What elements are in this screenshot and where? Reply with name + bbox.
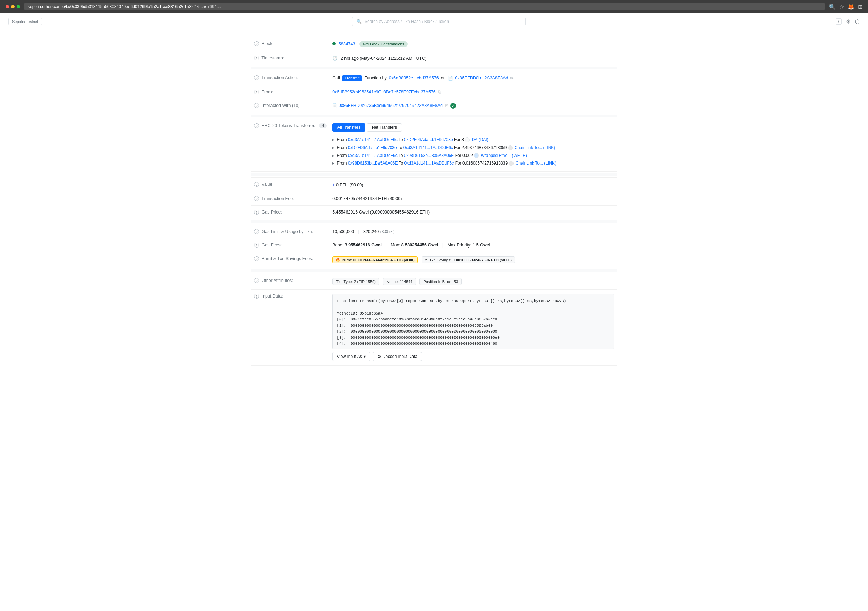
burnt-badge: 🔥 Burnt: 0.00126669744421984 ETH ($0.00) [332, 256, 418, 264]
star-icon: ☆ [839, 3, 844, 10]
verified-icon: ✓ [450, 103, 456, 109]
nonce-badge: Nonce: 114544 [383, 278, 416, 285]
from-address-link[interactable]: 0x6dB8952e4963541c9Cc8Be7e578E97Fcbd37A5… [332, 90, 436, 95]
timestamp-help-icon[interactable]: ? [254, 56, 259, 60]
tx-fee-help-icon[interactable]: ? [254, 196, 259, 201]
other-attr-label: Other Attributes: [262, 278, 293, 283]
tx-action-help-icon[interactable]: ? [254, 75, 259, 80]
decode-button[interactable]: ⚙ Decode Input Data [373, 352, 422, 361]
block-help-icon[interactable]: ? [254, 41, 259, 46]
from-help-icon[interactable]: ? [254, 90, 259, 95]
value-amount: ♦ 0 ETH ($0.00) [330, 178, 617, 192]
decode-label: Decode Input Data [383, 354, 417, 359]
edit-icon[interactable]: ✏ [510, 76, 514, 81]
copy-icon[interactable]: ⎘ [438, 90, 440, 95]
savings-label-text: Txn Savings: [429, 258, 451, 262]
theme-icon[interactable]: ☀ [846, 19, 851, 25]
input-data-box[interactable]: Function: transmit(bytes32[3] reportCont… [332, 294, 614, 349]
close-dot [6, 5, 9, 8]
function-text: Function by [364, 76, 387, 81]
other-attr-help-icon[interactable]: ? [254, 278, 259, 283]
gas-separator: | [358, 229, 359, 234]
all-transfers-tab[interactable]: All Transfers [332, 123, 365, 132]
transfer-to-2[interactable]: 0xd3A1d141...1AaDDdF6c [403, 145, 453, 150]
gas-fees-row: ? Gas Fees: Base: 3.955462916 Gwei | Max… [251, 239, 617, 252]
transfer-to-1[interactable]: 0xD2F06Ada...b1F9d703e [404, 137, 453, 142]
tx-fee-value: 0.00174705744421984 ETH ($0.00) [330, 192, 617, 206]
fox-icon: 🦊 [848, 3, 854, 10]
gas-limit-row: ? Gas Limit & Usage by Txn: 10,500,000 |… [251, 225, 617, 239]
browser-bar: sepolia.etherscan.io/tx/0x0395d5318115a5… [0, 0, 868, 13]
url-bar[interactable]: sepolia.etherscan.io/tx/0x0395d5318115a5… [24, 3, 825, 11]
gas-pct: (3.05%) [380, 229, 395, 234]
puzzle-icon: ⊞ [858, 3, 862, 10]
savings-value: 0.0010006832427696 ETH ($0.00) [453, 258, 512, 262]
erc20-count-badge: 4 [319, 123, 327, 128]
transfer-token-3[interactable]: Wrapped Ethe... (WETH) [481, 153, 527, 158]
gas-limit-help-icon[interactable]: ? [254, 229, 259, 234]
transfer-from-2[interactable]: 0xD2F06Ada...b1F9d703e [348, 145, 397, 150]
gas-price-row: ? Gas Price: 5.455462916 Gwei (0.0000000… [251, 206, 617, 219]
input-help-icon[interactable]: ? [254, 294, 259, 299]
burnt-label: Burnt & Txn Savings Fees: [262, 256, 313, 261]
erc20-tabs: All Transfers Net Transfers [332, 123, 614, 132]
shortcut-badge: / [836, 19, 842, 25]
contract-address-link[interactable]: 0x86EFBD0b...2A3A8E8Ad [455, 76, 508, 81]
block-number-link[interactable]: 5834743 [338, 42, 355, 47]
green-dot-icon [332, 42, 336, 45]
interacted-address-link[interactable]: 0x86EFBD0b6736Bed994962f9797049422A3A8E8… [338, 103, 443, 108]
other-attr-row: ? Other Attributes: Txn Type: 2 (EIP-155… [251, 274, 617, 290]
erc20-row: ? ERC-20 Tokens Transferred: 4 All Trans… [251, 119, 617, 172]
erc20-help-icon[interactable]: ? [254, 123, 259, 128]
chevron-down-icon: ▾ [364, 354, 366, 359]
view-input-label: View Input As [337, 354, 362, 359]
gas-fees-label: Gas Fees: [262, 243, 282, 248]
block-value: 5834743 629 Block Confirmations [330, 37, 617, 51]
burnt-help-icon[interactable]: ? [254, 256, 259, 261]
arrow-icon-3: ▸ [332, 153, 334, 158]
transfer-to-3[interactable]: 0x98D6153b...Ba5A8A06E [404, 153, 454, 158]
search-placeholder: Search by Address / Txn Hash / Block / T… [364, 19, 449, 24]
link-token-icon-1 [508, 146, 513, 150]
divider-row-5 [251, 268, 617, 274]
confirmation-badge: 629 Block Confirmations [360, 41, 408, 47]
transmit-badge: Transmit [342, 75, 362, 81]
burnt-value: 0.00126669744421984 ETH ($0.00) [353, 258, 415, 262]
gas-fees-value: Base: 3.955462916 Gwei | Max: 8.58025445… [330, 239, 617, 252]
transfer-item-1: ▸ From 0xd3A1d141...1AaDDdF6c To 0xD2F06… [332, 136, 614, 144]
transfer-item-2: ▸ From 0xD2F06Ada...b1F9d703e To 0xd3A1d… [332, 144, 614, 152]
transfer-token-4[interactable]: ChainLink To... (LINK) [516, 161, 556, 166]
interacted-copy-icon[interactable]: ⎘ [445, 103, 448, 108]
transfer-from-4[interactable]: 0x98D6153b...Ba5A8A06E [348, 161, 398, 166]
interacted-help-icon[interactable]: ? [254, 103, 259, 108]
browser-controls [6, 5, 20, 8]
transfer-from-3[interactable]: 0xd3A1d141...1AaDDdF6c [348, 153, 398, 158]
search-bar[interactable]: 🔍 Search by Address / Txn Hash / Block /… [352, 17, 525, 26]
transfer-to-4[interactable]: 0xd3A1d141...1AaDDdF6c [405, 161, 454, 166]
value-help-icon[interactable]: ? [254, 182, 259, 187]
gas-price-help-icon[interactable]: ? [254, 210, 259, 214]
net-transfers-tab[interactable]: Net Transfers [367, 123, 402, 132]
gas-price-label: Gas Price: [262, 210, 282, 214]
testnet-badge: Sepolia Testnet [8, 18, 42, 25]
divider-row-4 [251, 219, 617, 225]
sender-address-link[interactable]: 0x6dB8952e...cbd37A576 [389, 76, 439, 81]
value-row: ? Value: ♦ 0 ETH ($0.00) [251, 178, 617, 192]
search-icon: 🔍 [356, 19, 362, 24]
view-input-button[interactable]: View Input As ▾ [332, 352, 370, 361]
tx-action-label: Transaction Action: [262, 75, 298, 80]
search-icon: 🔍 [829, 3, 836, 10]
transfer-token-1[interactable]: DAI(DAI) [472, 137, 488, 142]
gas-fees-help-icon[interactable]: ? [254, 243, 259, 248]
gas-limit-value: 10,500,000 | 320,240 (3.05%) [330, 225, 617, 239]
transfer-from-1[interactable]: 0xd3A1d141...1AaDDdF6c [348, 137, 398, 142]
position-badge: Position In Block: 53 [419, 278, 462, 285]
transfer-list: ▸ From 0xd3A1d141...1AaDDdF6c To 0xD2F06… [332, 136, 614, 167]
transfer-token-2[interactable]: ChainLink To... (LINK) [515, 145, 555, 150]
weth-token-icon [474, 153, 479, 158]
from-value: 0x6dB8952e4963541c9Cc8Be7e578E97Fcbd37A5… [330, 85, 617, 99]
contract-file-icon: 📄 [332, 104, 337, 108]
burnt-savings-row: ? Burnt & Txn Savings Fees: 🔥 Burnt: 0.0… [251, 252, 617, 268]
transfer-item-4: ▸ From 0x98D6153b...Ba5A8A06E To 0xd3A1d… [332, 159, 614, 167]
divider-row-1 [251, 65, 617, 71]
